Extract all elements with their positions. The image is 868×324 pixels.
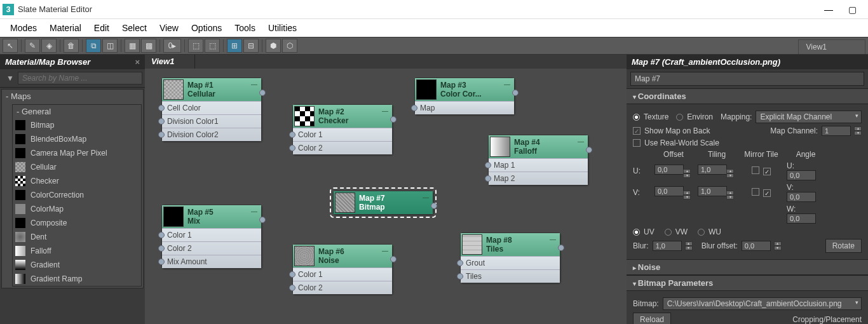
radio-wu[interactable] [698,229,705,236]
output-socket[interactable] [586,147,592,153]
radio-uv[interactable] [633,229,640,236]
browser-close[interactable]: × [135,57,140,67]
node-collapse-icon[interactable]: — [251,79,257,88]
tile-v[interactable] [763,189,771,197]
menu-edit[interactable]: Edit [88,20,116,36]
tile-u[interactable] [763,168,771,175]
select-by-tool[interactable]: ⬡ [282,39,297,53]
layout-children-tool[interactable]: ⊟ [243,39,259,53]
group-maps[interactable]: Maps [2,90,143,103]
offset-v[interactable]: 0,0 [654,186,684,196]
slot[interactable]: Cell Color [162,101,261,114]
node-collapse-icon[interactable]: — [504,79,510,88]
slot[interactable]: Color 2 [162,241,261,255]
menu-utilities[interactable]: Utilities [262,20,303,36]
menu-select[interactable]: Select [116,20,153,36]
section-noise[interactable]: Noise [627,259,868,275]
output-socket[interactable] [558,245,564,251]
item-cellular[interactable]: Cellular [13,160,141,174]
map-name-field[interactable]: Map #7 [630,72,864,86]
delete-tool[interactable]: 🗑 [64,39,79,53]
cursor-tool[interactable]: ↖ [3,39,18,53]
node-collapse-icon[interactable]: — [251,206,257,215]
browser-tree[interactable]: Maps General Bitmap BlendedBoxMap Camera… [0,88,145,324]
item-falloff[interactable]: Falloff [13,244,141,258]
maximize-button[interactable]: ▢ [848,4,857,15]
layout-all-tool[interactable]: ⊞ [227,39,242,53]
show-end-tool[interactable]: ▦ [125,39,140,53]
output-socket[interactable] [390,116,397,123]
item-composite[interactable]: Composite [13,216,141,230]
slot[interactable]: Color 1 [162,228,261,241]
item-camera-map[interactable]: Camera Map Per Pixel [13,146,141,160]
rotate-button[interactable]: Rotate [825,239,862,253]
node-map7[interactable]: Map #7Bitmap— [333,191,433,215]
radio-texture[interactable] [633,114,640,121]
slot[interactable]: Color 2 [293,141,392,154]
bitmap-path-button[interactable]: C:\Users\Ivan\Desktop\Craft_ambientOcclu… [663,297,862,310]
slot[interactable]: Division Color2 [162,128,261,141]
node-map2[interactable]: Map #2Checker— Color 1 Color 2 [292,104,393,155]
menu-view[interactable]: View [153,20,185,36]
hide-unused-tool[interactable]: ◫ [102,39,118,53]
section-bitmap-params[interactable]: Bitmap Parameters [627,275,868,291]
bg-tool[interactable]: ▩ [141,39,156,53]
node-canvas[interactable]: View1 Map #1Cellular— Cell Color Divisio… [145,55,627,324]
tiling-v[interactable]: 1,0 [698,186,727,196]
node-collapse-icon[interactable]: — [423,192,429,201]
item-bitmap[interactable]: Bitmap [13,118,141,132]
blur-spinner[interactable]: 1,0 [653,241,682,251]
slot[interactable]: Tiles [461,269,560,283]
pick-tool[interactable]: ✎ [25,39,40,53]
chk-real-world[interactable] [633,139,641,147]
radio-vw[interactable] [665,229,672,236]
angle-v[interactable]: 0,0 [787,192,816,202]
menu-material[interactable]: Material [43,20,88,36]
output-socket[interactable] [259,217,266,223]
item-gradient-ramp[interactable]: Gradient Ramp [13,272,141,286]
item-gradient[interactable]: Gradient [13,258,141,272]
node-map6[interactable]: Map #6Noise— Color 1 Color 2 [292,244,393,295]
radio-environ[interactable] [676,114,683,121]
view-tab-top[interactable]: View1 [798,39,865,54]
slot[interactable]: Color 1 [293,128,392,141]
map-channel-spinner[interactable]: 1 [822,126,851,136]
tiling-u[interactable]: 1,0 [698,165,727,175]
chk-show-map[interactable] [633,127,641,135]
slot[interactable]: Map [415,101,514,114]
slot[interactable]: Color 2 [293,281,392,294]
mirror-v[interactable] [752,188,759,196]
angle-u[interactable]: 0,0 [787,170,816,180]
angle-w[interactable]: 0,0 [787,213,816,224]
menu-tools[interactable]: Tools [228,20,262,36]
node-map3[interactable]: Map #3Color Cor...— Map [414,78,515,115]
slot[interactable]: Color 1 [293,267,392,281]
assign-tool[interactable]: ◈ [41,39,57,53]
move-children-tool[interactable]: ⧉ [86,39,101,53]
slot[interactable]: Map 2 [489,172,588,185]
item-checker[interactable]: Checker [13,174,141,188]
node-collapse-icon[interactable]: — [550,234,556,243]
slot[interactable]: Grout [461,256,560,269]
output-socket[interactable] [431,203,437,209]
slot[interactable]: Map 1 [489,158,588,172]
node-map1[interactable]: Map #1Cellular— Cell Color Division Colo… [161,78,262,142]
output-socket[interactable] [390,256,397,262]
canvas-view-tab[interactable]: View1 [145,55,195,69]
section-coordinates[interactable]: Coordinates [627,88,868,104]
node-collapse-icon[interactable]: — [382,106,388,114]
mat-id-tool[interactable]: ⬢ [266,39,281,53]
slot[interactable]: Mix Amount [162,255,261,268]
search-input[interactable] [18,72,142,84]
output-socket[interactable] [259,90,266,96]
layout-h-tool[interactable]: ⬚ [188,39,203,53]
search-toggle-icon[interactable]: ▼ [6,74,14,83]
node-collapse-icon[interactable]: — [382,246,388,254]
layout-v-tool[interactable]: ⬚ [205,39,220,53]
node-collapse-icon[interactable]: — [578,137,584,145]
minimize-button[interactable]: — [824,4,833,15]
preview-tool[interactable]: 0▸ [163,39,181,53]
mapping-dropdown[interactable]: Explicit Map Channel [756,111,862,123]
node-map5[interactable]: Map #5Mix— Color 1 Color 2 Mix Amount [161,205,262,269]
reload-button[interactable]: Reload [633,313,671,324]
